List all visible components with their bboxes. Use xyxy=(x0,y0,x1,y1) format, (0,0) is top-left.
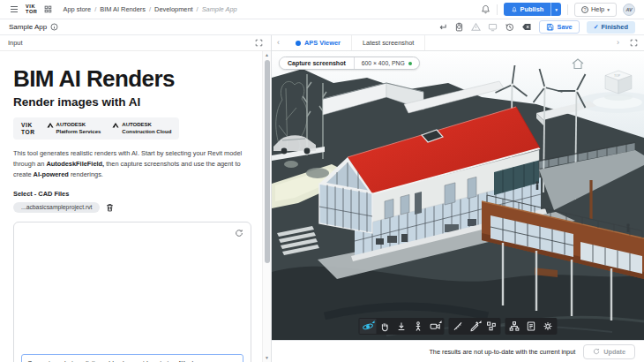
scroll-down-arrow[interactable]: ▼ xyxy=(265,354,269,362)
publish-split-button: Publish ▾ xyxy=(504,3,561,16)
publish-button[interactable]: Publish xyxy=(504,3,551,16)
viktor-logo[interactable]: VIK TOR xyxy=(26,4,38,15)
input-panel-header: Input xyxy=(0,35,271,51)
floppy-icon xyxy=(546,23,554,31)
fullscreen-icon[interactable] xyxy=(630,39,638,47)
autodesk-platform-services-logo: AUTODESK Platform Services xyxy=(47,122,101,135)
svg-text:TOP: TOP xyxy=(614,74,621,78)
save-button[interactable]: Save xyxy=(539,20,579,34)
model-browser-icon[interactable] xyxy=(506,319,523,334)
zoom-tool-icon[interactable] xyxy=(393,319,410,334)
brand-logo-strip: VIK TOR AUTODESK Platform Services AU xyxy=(13,117,179,140)
question-icon: ? xyxy=(581,6,588,13)
monitor-icon xyxy=(488,22,498,32)
clipboard-sync-icon[interactable] xyxy=(454,22,464,32)
settings-gear-icon[interactable] xyxy=(540,319,557,334)
breadcrumb-sample-app: Sample App xyxy=(202,5,237,13)
hamburger-menu-icon[interactable] xyxy=(9,4,19,14)
cad-files-field-label: Select - CAD Files xyxy=(13,190,251,198)
capture-overlay: Capture screenshot 600 × 400, PNG xyxy=(279,57,420,70)
help-button[interactable]: ? Help ▾ xyxy=(574,3,617,17)
measure-tool-icon[interactable] xyxy=(450,319,467,334)
scrollbar-thumb[interactable] xyxy=(265,60,270,263)
aps-viewer-icon xyxy=(296,41,301,46)
input-panel-body: BIM AI Renders Render images with AI VIK… xyxy=(0,51,262,362)
app-grid-icon xyxy=(44,5,52,13)
breadcrumb: App store / BIM AI Renders / Development… xyxy=(64,5,237,13)
update-button[interactable]: Update xyxy=(583,344,635,359)
capture-screenshot-button[interactable]: Capture screenshot xyxy=(280,57,355,69)
autodesk-mark-icon xyxy=(112,122,119,129)
breadcrumb-development[interactable]: Development xyxy=(154,5,193,13)
clear-backspace-icon[interactable] xyxy=(521,22,532,32)
markup-tool-icon[interactable] xyxy=(467,319,483,334)
first-person-tool-icon[interactable] xyxy=(410,319,427,334)
pan-tool-icon[interactable] xyxy=(377,319,393,334)
history-clock-icon[interactable] xyxy=(505,22,514,32)
check-icon: ✓ xyxy=(594,24,599,31)
prompt-input[interactable]: Generate a photorealistic, golden hour, … xyxy=(21,354,243,362)
tabs-scroll-right-icon[interactable]: › xyxy=(611,39,625,47)
results-footer-bar: The results are not up-to-date with the … xyxy=(272,340,644,362)
camera-tool-icon[interactable] xyxy=(427,319,444,334)
input-panel: Input BIM AI Renders Render images with … xyxy=(0,35,272,362)
refresh-icon[interactable] xyxy=(235,229,243,238)
scroll-up-arrow[interactable]: ▲ xyxy=(265,51,269,59)
file-chip[interactable]: ...acbasicsampleproject.rvt xyxy=(13,202,100,213)
results-tab-bar: ‹ APS Viewer Latest screenshot › xyxy=(272,35,644,51)
warning-triangle-icon xyxy=(471,22,481,32)
refresh-icon xyxy=(593,348,600,355)
divider xyxy=(497,4,498,15)
publish-dropdown-caret[interactable]: ▾ xyxy=(550,3,561,16)
info-icon[interactable] xyxy=(50,23,58,31)
breadcrumb-app-store[interactable]: App store xyxy=(64,5,92,13)
breadcrumb-bim-ai-renders[interactable]: BIM AI Renders xyxy=(100,5,146,13)
finished-button[interactable]: ✓ Finished xyxy=(587,21,635,34)
left-panel-scrollbar[interactable]: ▲ ▼ xyxy=(262,51,271,362)
return-icon[interactable] xyxy=(438,22,447,32)
screenshot-size-select[interactable]: 600 × 400, PNG xyxy=(355,57,419,69)
page-subtitle: Render images with AI xyxy=(13,95,251,109)
stale-results-status: The results are not up-to-date with the … xyxy=(429,348,575,356)
status-dot xyxy=(408,62,412,65)
tool-description: This tool generates realistic renders wi… xyxy=(13,148,251,180)
autodesk-mark-icon xyxy=(47,122,54,129)
viewer-toolbar xyxy=(359,318,558,335)
tabs-scroll-left-icon[interactable]: ‹ xyxy=(272,39,285,47)
results-panel: ‹ APS Viewer Latest screenshot › xyxy=(272,35,644,362)
notifications-bell-icon[interactable] xyxy=(481,4,490,14)
tab-aps-viewer[interactable]: APS Viewer xyxy=(285,35,352,50)
rocket-icon xyxy=(511,6,518,13)
user-avatar[interactable]: AV xyxy=(623,4,635,16)
agent-chat-card: Generate a photorealistic, golden hour, … xyxy=(13,222,251,362)
app-name: Sample App xyxy=(9,23,58,31)
viktor-logo-small: VIK TOR xyxy=(21,122,35,134)
aps-3d-viewer-canvas[interactable]: TOP Capture screenshot 600 × 400, PNG xyxy=(272,51,644,340)
autodesk-construction-cloud-logo: AUTODESK Construction Cloud xyxy=(112,122,171,135)
properties-icon[interactable] xyxy=(523,319,540,334)
expand-panel-icon[interactable] xyxy=(255,39,263,47)
editor-toolbar: Sample App Save xyxy=(0,19,644,35)
tab-latest-screenshot[interactable]: Latest screenshot xyxy=(352,35,425,50)
page-title: BIM AI Renders xyxy=(13,65,251,93)
divider xyxy=(567,4,568,15)
orbit-tool-icon[interactable] xyxy=(360,319,377,334)
bim-model-rendering: TOP xyxy=(272,51,644,340)
app-window: VIK TOR App store / BIM AI Renders / Dev… xyxy=(0,0,644,362)
top-bar: VIK TOR App store / BIM AI Renders / Dev… xyxy=(0,0,644,19)
trash-icon[interactable] xyxy=(106,203,114,212)
explode-tool-icon[interactable] xyxy=(483,319,500,334)
